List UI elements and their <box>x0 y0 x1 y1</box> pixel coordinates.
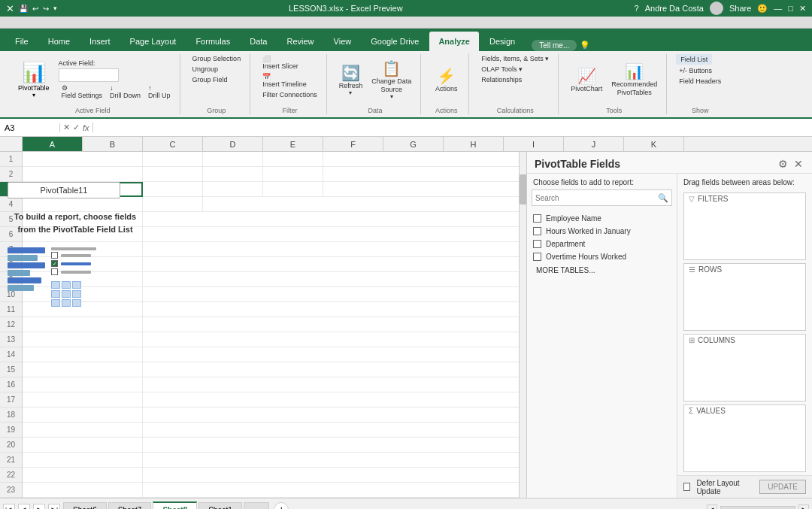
drop-area-filters[interactable]: ▽ FILTERS <box>683 192 806 260</box>
cell-A7[interactable] <box>23 242 143 257</box>
h-scroll-right[interactable]: ► <box>798 504 809 510</box>
row-5[interactable]: 5 <box>0 212 22 227</box>
relationships-btn[interactable]: Relationships <box>478 75 525 84</box>
cell-A6[interactable] <box>23 227 143 242</box>
cell-A1[interactable] <box>23 152 143 167</box>
cell-A8[interactable] <box>23 257 143 272</box>
col-header-B[interactable]: B <box>83 137 143 151</box>
more-tables-btn[interactable]: MORE TABLES... <box>530 263 674 277</box>
cell-A4[interactable] <box>23 197 143 212</box>
col-header-C[interactable]: C <box>143 137 203 151</box>
olap-tools-btn[interactable]: OLAP Tools ▾ <box>478 65 526 74</box>
pivot-fields-close-btn[interactable]: ✕ <box>792 158 804 170</box>
insert-function-btn[interactable]: fx <box>83 123 89 132</box>
row-23[interactable]: 23 <box>0 483 22 498</box>
group-field-btn[interactable]: Group Field <box>189 75 231 84</box>
tab-review[interactable]: Review <box>277 32 323 51</box>
col-header-D[interactable]: D <box>203 137 263 151</box>
sheet-tab-more[interactable]: ... <box>244 502 269 510</box>
pivottable-dropdown[interactable]: ▾ <box>32 92 35 98</box>
tab-formulas[interactable]: Formulas <box>186 32 239 51</box>
filter-connections-btn[interactable]: Filter Connections <box>259 90 320 99</box>
cell-B1[interactable] <box>143 152 203 167</box>
quick-access-undo[interactable]: ↩ <box>32 5 38 13</box>
tab-view[interactable]: View <box>325 32 361 51</box>
row-13[interactable]: 13 <box>0 332 22 347</box>
row-12[interactable]: 12 <box>0 317 22 332</box>
horizontal-scrollbar[interactable]: ◄ ► <box>707 504 809 510</box>
insert-timeline-btn[interactable]: 📅 Insert Timeline <box>259 72 310 89</box>
cell-C1[interactable] <box>203 152 263 167</box>
pivot-fields-gear-btn[interactable]: ⚙ <box>777 158 789 170</box>
row-20[interactable]: 20 <box>0 438 22 453</box>
row-21[interactable]: 21 <box>0 453 22 468</box>
cell-B2[interactable] <box>143 167 203 182</box>
quick-access-redo[interactable]: ↪ <box>43 5 49 13</box>
sheet-tab-sheet7[interactable]: Sheet7 <box>108 502 152 510</box>
sheet-nav-next[interactable]: ► <box>33 504 45 510</box>
maximize-btn[interactable]: □ <box>788 4 793 13</box>
h-scroll-track[interactable] <box>720 506 795 510</box>
cell-A23[interactable] <box>23 483 143 498</box>
pivot-search-input[interactable] <box>532 194 655 202</box>
cell-A19[interactable] <box>23 423 143 438</box>
pivot-search-box[interactable]: 🔍 <box>532 189 672 206</box>
drill-up-btn[interactable]: ↑ Drill Up <box>145 83 174 100</box>
row-17[interactable]: 17 <box>0 392 22 408</box>
sheet-tab-sheet8[interactable]: Sheet8 <box>153 501 197 509</box>
cancel-formula-btn[interactable]: ✕ <box>63 123 70 132</box>
field-checkbox-overtime-hours[interactable] <box>533 253 541 261</box>
row-10[interactable]: 10 <box>0 287 22 302</box>
drill-down-btn[interactable]: ↓ Drill Down <box>107 83 144 100</box>
tell-me-input[interactable]: Tell me... <box>532 40 577 51</box>
col-header-E[interactable]: E <box>263 137 323 151</box>
drop-area-rows[interactable]: ☰ ROWS <box>683 263 806 331</box>
cell-A14[interactable] <box>23 347 143 362</box>
field-settings-btn[interactable]: ⚙ Field Settings <box>59 83 106 100</box>
cell-C2[interactable] <box>203 167 263 182</box>
ungroup-btn[interactable]: Ungroup <box>189 65 222 74</box>
quick-access-more[interactable]: ▾ <box>53 5 57 12</box>
row-1[interactable]: 1 <box>0 152 22 167</box>
col-header-F[interactable]: F <box>323 137 383 151</box>
minimize-btn[interactable]: — <box>774 4 782 13</box>
row-18[interactable]: 18 <box>0 408 22 423</box>
sheet-nav-prev[interactable]: ◄ <box>18 504 30 510</box>
cell-A20[interactable] <box>23 438 143 453</box>
field-checkbox-department[interactable] <box>533 240 541 248</box>
cell-D3[interactable] <box>263 182 323 197</box>
row-2[interactable]: 2 <box>0 167 22 182</box>
cell-A10[interactable] <box>23 287 143 302</box>
field-item-department[interactable]: Department <box>530 238 674 250</box>
h-scroll-left[interactable]: ◄ <box>707 504 717 510</box>
cell-A17[interactable] <box>23 392 143 408</box>
vertical-scrollbar[interactable] <box>519 152 526 498</box>
tab-page-layout[interactable]: Page Layout <box>121 32 186 51</box>
cell-D1[interactable] <box>263 152 323 167</box>
fields-items-btn[interactable]: Fields, Items, & Sets ▾ <box>478 54 552 63</box>
sheet-tab-sheet1[interactable]: Sheet1 <box>198 502 242 510</box>
help-icon[interactable]: ? <box>635 4 639 13</box>
pivot-chart-btn[interactable]: 📈 PivotChart <box>568 65 605 94</box>
cell-A11[interactable] <box>23 302 143 317</box>
cell-A3[interactable] <box>23 182 143 197</box>
col-header-A[interactable]: A <box>23 137 83 151</box>
col-header-K[interactable]: K <box>624 137 684 151</box>
update-btn[interactable]: UPDATE <box>759 480 806 494</box>
row-8[interactable]: 8 <box>0 257 22 272</box>
row-11[interactable]: 11 <box>0 302 22 317</box>
defer-layout-checkbox[interactable] <box>683 483 690 491</box>
cell-A5[interactable] <box>23 212 143 227</box>
recommended-pivottables-btn[interactable]: 📊 RecommendedPivotTables <box>608 61 660 98</box>
cell-D2[interactable] <box>263 167 323 182</box>
cells-area[interactable] <box>23 152 519 498</box>
cell-A12[interactable] <box>23 317 143 332</box>
cell-B4[interactable] <box>143 197 203 212</box>
row-14[interactable]: 14 <box>0 347 22 362</box>
drop-area-columns[interactable]: ⊞ COLUMNS <box>683 334 806 401</box>
cell-A22[interactable] <box>23 468 143 483</box>
data-source-dropdown[interactable]: ▾ <box>390 93 393 100</box>
sheet-area[interactable]: 1 2 3 4 5 6 7 8 9 10 11 12 13 14 15 16 1 <box>0 152 526 498</box>
row-9[interactable]: 9 <box>0 272 22 287</box>
field-checkbox-hours-worked[interactable] <box>533 227 541 235</box>
